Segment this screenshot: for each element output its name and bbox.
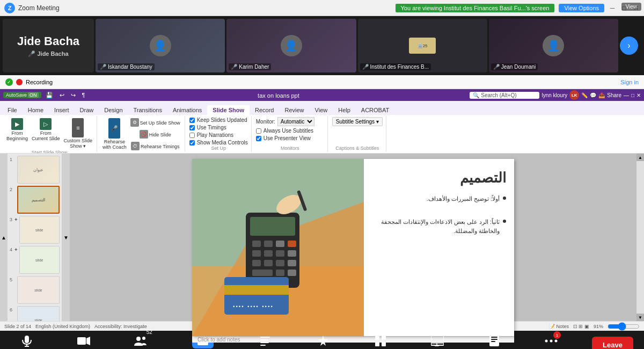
ribbon-group-captions: Subtitle Settings ▾ Captions & Subtitles bbox=[329, 116, 386, 152]
start-video-button[interactable]: Start Video bbox=[68, 333, 100, 349]
undo-button[interactable]: ↩ bbox=[57, 91, 67, 99]
tab-acrobat[interactable]: ACROBAT bbox=[356, 105, 394, 115]
unmute-button[interactable]: Unmute bbox=[11, 333, 43, 349]
speaker-name: Jide Bacha bbox=[17, 34, 79, 48]
sign-in-button[interactable]: Sign in bbox=[620, 79, 639, 85]
slides-panel: 1 عنوان 2 التصميم 3 ✦ bbox=[8, 154, 62, 321]
participant-name-4: 🎤 Jean Doumani bbox=[491, 63, 538, 70]
svg-point-30 bbox=[136, 337, 141, 341]
hide-slide-button[interactable]: 🚫 Hide Slide bbox=[129, 129, 181, 140]
zoom-slider[interactable] bbox=[608, 322, 640, 331]
redo-button[interactable]: ↪ bbox=[69, 91, 78, 99]
ribbon-group-setup: Keep Slides Updated Use Timings Play Nar… bbox=[186, 116, 252, 152]
svg-rect-16 bbox=[288, 260, 296, 266]
setup-group-label: Set Up bbox=[211, 146, 226, 151]
setup-icon: ⚙ bbox=[130, 118, 139, 127]
tab-file[interactable]: File bbox=[2, 105, 23, 115]
tab-home[interactable]: Home bbox=[23, 105, 49, 115]
minimize-button[interactable]: ─ bbox=[609, 4, 616, 12]
notes-view-btn[interactable]: 📝 Notes bbox=[549, 324, 569, 329]
participant-avatar-2: 👤 bbox=[281, 35, 302, 56]
slide-img-6[interactable]: slide bbox=[17, 306, 60, 321]
svg-rect-14 bbox=[264, 260, 273, 266]
tab-record[interactable]: Record bbox=[250, 105, 279, 115]
tab-insert[interactable]: Insert bbox=[49, 105, 75, 115]
slide-img-1[interactable]: عنوان bbox=[17, 156, 60, 184]
show-media-checkbox[interactable]: Show Media Controls bbox=[189, 140, 248, 146]
rehearse-coach-button[interactable]: 🎤 Rehearsewith Coach bbox=[101, 117, 128, 154]
svg-rect-6 bbox=[264, 241, 273, 247]
scroll-up-arrow[interactable]: ▲ bbox=[636, 154, 644, 161]
format-button[interactable]: ¶ bbox=[80, 91, 87, 99]
presenter-view-checkbox[interactable]: Use Presenter View bbox=[256, 135, 324, 141]
participant-video-4: 👤 🎤 Jean Doumani bbox=[489, 19, 618, 72]
notes-bar[interactable]: Click to add notes bbox=[192, 336, 514, 343]
tab-design[interactable]: Design bbox=[99, 105, 128, 115]
slide-img-3[interactable]: slide bbox=[19, 216, 60, 244]
tab-help[interactable]: Help bbox=[333, 105, 356, 115]
monitor-select[interactable]: Automatic bbox=[277, 117, 314, 126]
next-video-button[interactable]: › bbox=[620, 37, 638, 55]
custom-show-button[interactable]: ≡ Custom SlideShow ▾ bbox=[63, 117, 94, 150]
slide-text-area: التصميم أولاً: توضيح المبررات والأهداف. … bbox=[364, 159, 514, 336]
view-icons[interactable]: ⊡ ⊞ ▣ bbox=[573, 324, 589, 329]
always-subtitles-checkbox[interactable]: Always Use Subtitles bbox=[256, 128, 324, 134]
play-narrations-checkbox[interactable]: Play Narrations bbox=[189, 132, 248, 138]
svg-rect-34 bbox=[260, 337, 270, 338]
slide-thumb-4[interactable]: 4 ✦ slide bbox=[10, 246, 60, 274]
tab-view[interactable]: View bbox=[310, 105, 333, 115]
more-badge: 1 bbox=[553, 331, 561, 339]
svg-rect-13 bbox=[252, 260, 261, 266]
tab-transitions[interactable]: Transitions bbox=[128, 105, 167, 115]
tab-draw[interactable]: Draw bbox=[75, 105, 99, 115]
slide-view: •••• •••• •••• التصميم أولاً: توضيح المب… bbox=[70, 154, 636, 321]
leave-button[interactable]: Leave bbox=[592, 337, 633, 350]
rehearse-timings-button[interactable]: ⏱ Rehearse Timings bbox=[129, 141, 181, 151]
view-options-button[interactable]: View Options bbox=[559, 4, 604, 12]
slide-thumb-2[interactable]: 2 التصميم bbox=[10, 186, 60, 214]
from-current-button[interactable]: ▷ FromCurrent Slide bbox=[31, 117, 61, 150]
recording-bar: ✓ Recording Sign in bbox=[0, 75, 644, 89]
slide-img-4[interactable]: slide bbox=[19, 246, 60, 274]
slide-thumb-6[interactable]: 6 slide bbox=[10, 306, 60, 321]
from-beginning-button[interactable]: ▶ FromBeginning bbox=[5, 117, 29, 150]
ribbon-group-rehearse: 🎤 Rehearsewith Coach ⚙ Set Up Slide Show… bbox=[98, 116, 185, 152]
participant-name-2: 🎤 Karim Daher bbox=[229, 63, 271, 70]
svg-rect-18 bbox=[276, 270, 284, 276]
tab-slide-show[interactable]: Slide Show bbox=[207, 105, 250, 115]
tab-animations[interactable]: Animations bbox=[167, 105, 207, 115]
slide-thumb-1[interactable]: 1 عنوان bbox=[10, 156, 60, 184]
use-timings-checkbox[interactable]: Use Timings bbox=[189, 125, 248, 130]
ribbon-group-start: ▶ FromBeginning ▷ FromCurrent Slide ≡ Cu… bbox=[2, 116, 97, 152]
slide-bullet-1: أولاً: توضيح المبررات والأهداف. bbox=[372, 194, 506, 204]
setup-show-button[interactable]: ⚙ Set Up Slide Show bbox=[129, 117, 181, 128]
slide-img-2[interactable]: التصميم bbox=[17, 186, 60, 214]
language-indicator: English (United Kingdom) bbox=[35, 324, 90, 329]
scroll-down-arrow[interactable]: ▼ bbox=[636, 314, 644, 321]
vertical-scrollbar[interactable]: ▲ ▼ bbox=[636, 154, 644, 321]
svg-rect-42 bbox=[382, 342, 386, 346]
more-button[interactable]: 1 More bbox=[535, 333, 567, 349]
save-button[interactable]: 💾 bbox=[43, 91, 55, 99]
subtitle-settings-button[interactable]: Subtitle Settings ▾ bbox=[332, 117, 383, 126]
slide-thumb-3[interactable]: 3 ✦ slide bbox=[10, 216, 60, 244]
participants-button[interactable]: 52 Participants bbox=[125, 333, 157, 349]
tab-review[interactable]: Review bbox=[279, 105, 309, 115]
svg-rect-47 bbox=[489, 335, 499, 346]
ppt-search-box[interactable]: 🔍 Search (Alt+Q) bbox=[470, 92, 539, 99]
monitors-group-label: Monitors bbox=[281, 146, 299, 151]
start-group-label: Start Slide Show bbox=[32, 150, 68, 154]
svg-point-52 bbox=[550, 340, 553, 343]
scroll-down[interactable]: ▼ bbox=[62, 154, 70, 321]
scroll-up[interactable]: ▲ bbox=[0, 154, 8, 321]
slide-thumb-5[interactable]: 5 slide bbox=[10, 276, 60, 304]
keep-slides-checkbox[interactable]: Keep Slides Updated bbox=[189, 117, 248, 123]
svg-rect-35 bbox=[260, 339, 268, 340]
view-toggle-button[interactable]: View bbox=[621, 3, 642, 11]
filename-display: tax on loans ppt bbox=[89, 90, 467, 100]
svg-rect-40 bbox=[382, 336, 386, 340]
slide-img-5[interactable]: slide bbox=[17, 276, 60, 304]
svg-rect-4 bbox=[250, 217, 295, 236]
apps-icon bbox=[373, 333, 388, 348]
video-icon bbox=[76, 333, 91, 348]
